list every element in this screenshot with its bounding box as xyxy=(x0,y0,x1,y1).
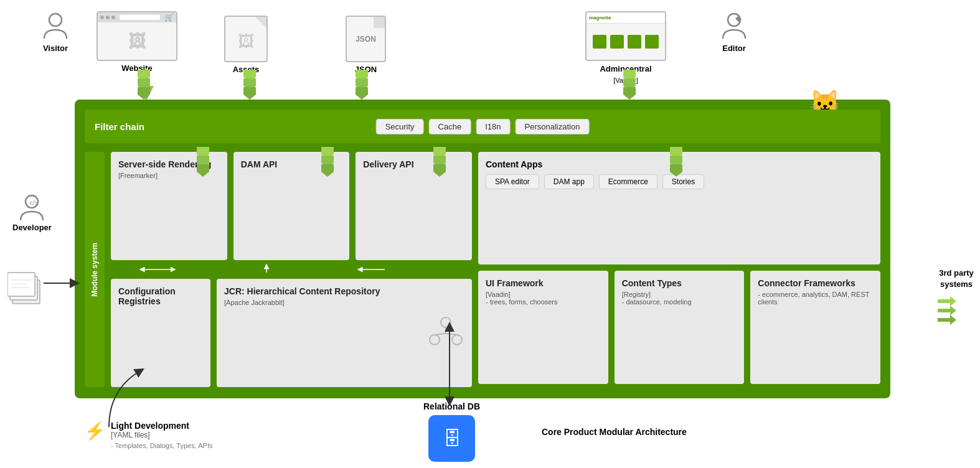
bottom-right-panels: UI Framework [Vaadin] - trees, forms, ch… xyxy=(478,271,880,383)
third-party-arrows xyxy=(938,296,975,334)
light-dev-arrow xyxy=(103,358,153,433)
bottom-panels-row: Configuration Registries JCR: Hierarchic… xyxy=(111,279,472,387)
svg-marker-12 xyxy=(356,87,368,100)
svg-point-22 xyxy=(430,335,440,345)
panel-arrows-svg xyxy=(123,263,459,276)
ui-framework-sub: [Vaadin] - trees, forms, choosers xyxy=(486,291,601,306)
editor-label: Editor xyxy=(722,44,746,53)
ui-framework-panel: UI Framework [Vaadin] - trees, forms, ch… xyxy=(478,271,608,383)
filter-chain-label: Filter chain xyxy=(95,121,144,132)
svg-text:</>: </> xyxy=(29,200,39,207)
top-panels-row: Server-side Rendering [Freemarker] DAM A… xyxy=(111,152,472,260)
filter-tag-security: Security xyxy=(376,119,424,134)
third-party-label: 3rd partysystems xyxy=(939,268,974,290)
svg-marker-15 xyxy=(623,87,636,100)
json-group: JSON JSON xyxy=(346,16,386,74)
filter-chain-bar: Filter chain Security Cache I18n Persona… xyxy=(85,110,880,143)
developer-label: Developer xyxy=(12,223,52,232)
svg-point-0 xyxy=(49,14,62,26)
jcr-sub: [Apache Jackrabbit] xyxy=(224,299,464,306)
svg-marker-53 xyxy=(433,164,446,177)
connector-title: Connector Frameworks xyxy=(758,278,873,288)
module-system-sidebar: Module system xyxy=(85,152,105,387)
core-product-label: Core Product Modular Architecture xyxy=(542,427,687,437)
module-system-label: Module system xyxy=(90,243,99,297)
dev-files-icon xyxy=(7,268,45,311)
developer-section: </> Developer xyxy=(12,193,52,232)
content-types-panel: Content Types [Registry] - datasource, m… xyxy=(615,271,745,383)
editor-icon-group: Editor xyxy=(719,11,749,53)
svg-marker-42 xyxy=(938,296,956,306)
svg-marker-56 xyxy=(670,164,682,177)
diagram-container: Visitor 🛒 🖼 Website 🖼 Assets xyxy=(0,0,980,468)
chevron-delivery-inner xyxy=(431,147,448,184)
website-browser: 🛒 🖼 xyxy=(97,11,177,61)
right-panels: Content Apps SPA editor DAM app Ecommerc… xyxy=(478,152,880,387)
chevron-ssr-inner xyxy=(195,147,211,184)
visitor-icon-group: Visitor xyxy=(40,11,70,53)
json-file-icon: JSON xyxy=(346,16,386,62)
svg-marker-50 xyxy=(321,164,334,177)
svg-marker-44 xyxy=(938,315,956,325)
connector-panel: Connector Frameworks - ecommerce, analyt… xyxy=(750,271,880,383)
light-dev-sub2: - Templates, Dialogs, Types, APIs xyxy=(111,442,212,449)
app-tag-ecommerce: Ecommerce xyxy=(599,174,657,189)
dev-to-box-arrow xyxy=(44,274,81,292)
svg-marker-9 xyxy=(243,87,256,100)
chevron-dam-inner xyxy=(319,147,336,184)
svg-rect-32 xyxy=(7,273,35,296)
jcr-title: JCR: Hierarchical Content Repository xyxy=(224,286,464,296)
admincentral-browser: magnolia xyxy=(585,11,666,61)
visitor-label: Visitor xyxy=(43,44,68,53)
chevron-admincentral-inner xyxy=(668,147,684,184)
website-group: 🛒 🖼 Website xyxy=(97,11,177,73)
main-application-box: 🐱 Application Server MAGNOLIA WEB APPLIC… xyxy=(75,100,890,398)
delivery-api-panel: Delivery API xyxy=(356,152,472,260)
left-panels: Server-side Rendering [Freemarker] DAM A… xyxy=(111,152,472,387)
app-tag-spa: SPA editor xyxy=(486,174,539,189)
editor-person-icon xyxy=(719,11,749,41)
db-cylinder-icon: 🗄 xyxy=(428,415,475,462)
app-tag-dam: DAM app xyxy=(544,174,594,189)
config-reg-title: Configuration Registries xyxy=(118,286,203,306)
third-party-section: 3rd partysystems xyxy=(938,268,975,334)
svg-marker-6 xyxy=(138,87,150,100)
svg-marker-47 xyxy=(197,164,209,177)
ui-framework-title: UI Framework xyxy=(486,278,601,288)
light-dev-section: ⚡ Light Development [YAML files] - Templ… xyxy=(84,421,212,449)
visitor-person-icon xyxy=(40,11,70,41)
content-area: Module system Server-side Rendering [Fre… xyxy=(85,152,880,387)
developer-person-icon: </> xyxy=(17,193,47,223)
svg-marker-43 xyxy=(938,306,956,316)
inter-panel-arrows xyxy=(111,266,472,273)
delivery-api-title: Delivery API xyxy=(363,159,464,169)
connector-sub: - ecommerce, analytics, DAM, REST client… xyxy=(758,291,873,306)
filter-tag-cache: Cache xyxy=(429,119,471,134)
filter-tag-i18n: I18n xyxy=(476,119,510,134)
filter-tag-personalization: Personalization xyxy=(515,119,589,134)
assets-file-icon: 🖼 xyxy=(224,16,268,62)
relational-db-section: Relational DB 🗄 xyxy=(423,401,480,462)
db-up-arrow xyxy=(440,321,459,408)
content-types-sub: [Registry] - datasource, modeling xyxy=(622,291,737,306)
jcr-panel: JCR: Hierarchical Content Repository [Ap… xyxy=(217,279,472,387)
assets-group: 🖼 Assets xyxy=(224,16,268,74)
filter-tags: Security Cache I18n Personalization xyxy=(376,119,590,134)
content-types-title: Content Types xyxy=(622,278,737,288)
